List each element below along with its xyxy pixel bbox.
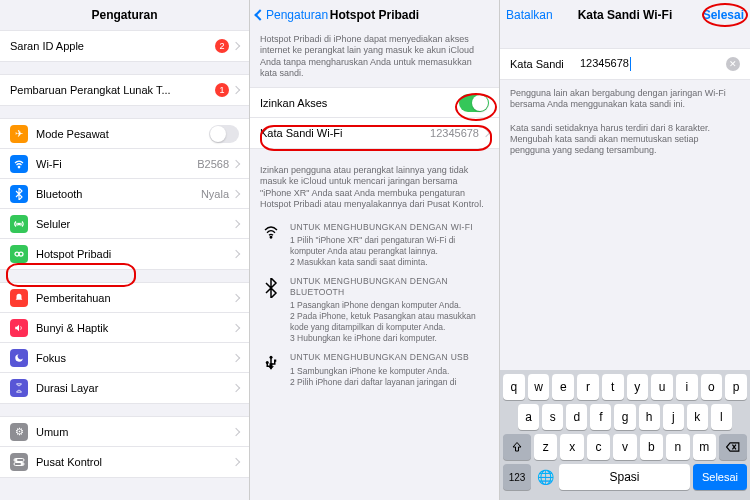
row-label: Pusat Kontrol — [36, 456, 233, 468]
wifi-icon — [10, 155, 28, 173]
instr-wifi: UNTUK MENGHUBUNGKAN DENGAN WI-FI 1 Pilih… — [250, 218, 499, 272]
badge: 2 — [215, 39, 229, 53]
row-focus[interactable]: Fokus — [0, 343, 249, 373]
row-control-center[interactable]: Pusat Kontrol — [0, 447, 249, 477]
row-allow-access[interactable]: Izinkan Akses — [250, 88, 499, 118]
row-label: Kata Sandi Wi-Fi — [260, 127, 430, 139]
row-notifications[interactable]: Pemberitahuan — [0, 283, 249, 313]
row-airplane[interactable]: ✈ Mode Pesawat — [0, 119, 249, 149]
cellular-icon — [10, 215, 28, 233]
keyboard-row-4: 123 🌐 Spasi Selesai — [503, 464, 747, 490]
chevron-right-icon — [232, 250, 240, 258]
row-wifi-password[interactable]: Kata Sandi Wi-Fi 12345678 — [250, 118, 499, 148]
password-note-1: Pengguna lain akan bergabung dengan jari… — [500, 80, 750, 119]
chevron-right-icon — [232, 159, 240, 167]
key-m[interactable]: m — [693, 434, 716, 460]
key-s[interactable]: s — [542, 404, 563, 430]
row-appleid[interactable]: Saran ID Apple 2 — [0, 31, 249, 61]
key-a[interactable]: a — [518, 404, 539, 430]
chevron-right-icon — [232, 427, 240, 435]
key-t[interactable]: t — [602, 374, 624, 400]
switches-icon — [10, 453, 28, 471]
key-e[interactable]: e — [552, 374, 574, 400]
key-d[interactable]: d — [566, 404, 587, 430]
airplane-icon: ✈ — [10, 125, 28, 143]
key-z[interactable]: z — [534, 434, 557, 460]
back-button[interactable]: Pengaturan — [256, 8, 328, 22]
key-j[interactable]: j — [663, 404, 684, 430]
settings-screen: Pengaturan Saran ID Apple 2 Pembaruan Pe… — [0, 0, 250, 500]
key-p[interactable]: p — [725, 374, 747, 400]
cancel-button[interactable]: Batalkan — [506, 8, 553, 22]
done-button[interactable]: Selesai — [703, 8, 744, 22]
row-label: Pembaruan Perangkat Lunak T... — [10, 84, 215, 96]
row-label: Hotspot Pribadi — [36, 248, 233, 260]
key-o[interactable]: o — [701, 374, 723, 400]
row-value: 12345678 — [430, 127, 479, 139]
svg-point-3 — [19, 252, 23, 256]
chevron-right-icon — [232, 219, 240, 227]
chevron-right-icon — [482, 129, 490, 137]
instr-step: 2 Masukkan kata sandi saat diminta. — [290, 257, 489, 268]
key-x[interactable]: x — [560, 434, 583, 460]
text-cursor — [630, 57, 631, 71]
key-shift[interactable] — [503, 434, 531, 460]
key-v[interactable]: v — [613, 434, 636, 460]
airplane-toggle[interactable] — [209, 125, 239, 143]
speaker-icon — [10, 319, 28, 337]
row-cellular[interactable]: Seluler — [0, 209, 249, 239]
key-y[interactable]: y — [627, 374, 649, 400]
key-space[interactable]: Spasi — [559, 464, 690, 490]
row-wifi[interactable]: Wi-Fi B2568 — [0, 149, 249, 179]
key-b[interactable]: b — [640, 434, 663, 460]
key-l[interactable]: l — [711, 404, 732, 430]
svg-point-8 — [270, 237, 272, 239]
row-update[interactable]: Pembaruan Perangkat Lunak T... 1 — [0, 75, 249, 105]
wifi-icon — [260, 222, 282, 268]
svg-point-6 — [15, 459, 17, 461]
key-q[interactable]: q — [503, 374, 525, 400]
chevron-right-icon — [232, 384, 240, 392]
row-general[interactable]: ⚙ Umum — [0, 417, 249, 447]
instr-heading: UNTUK MENGHUBUNGKAN DENGAN BLUETOOTH — [290, 276, 489, 298]
bluetooth-icon — [260, 276, 282, 344]
chevron-right-icon — [232, 86, 240, 94]
row-screentime[interactable]: Durasi Layar — [0, 373, 249, 403]
chevron-right-icon — [232, 293, 240, 301]
hourglass-icon — [10, 379, 28, 397]
chevron-left-icon — [254, 9, 265, 20]
row-label: Seluler — [36, 218, 233, 230]
row-value: Nyala — [201, 188, 229, 200]
key-r[interactable]: r — [577, 374, 599, 400]
row-value: B2568 — [197, 158, 229, 170]
row-bluetooth[interactable]: Bluetooth Nyala — [0, 179, 249, 209]
clear-button[interactable]: ✕ — [726, 57, 740, 71]
instr-usb: UNTUK MENGHUBUNGKAN DENGAN USB 1 Sambung… — [250, 348, 499, 391]
password-field[interactable]: Kata Sandi 12345678 ✕ — [500, 48, 750, 80]
key-backspace[interactable] — [719, 434, 747, 460]
allow-note: Izinkan pengguna atau perangkat lainnya … — [250, 161, 499, 218]
key-u[interactable]: u — [651, 374, 673, 400]
key-return[interactable]: Selesai — [693, 464, 747, 490]
hotspot-icon — [10, 245, 28, 263]
row-hotspot[interactable]: Hotspot Pribadi — [0, 239, 249, 269]
row-sounds[interactable]: Bunyi & Haptik — [0, 313, 249, 343]
chevron-right-icon — [232, 458, 240, 466]
key-w[interactable]: w — [528, 374, 550, 400]
badge: 1 — [215, 83, 229, 97]
key-k[interactable]: k — [687, 404, 708, 430]
instr-heading: UNTUK MENGHUBUNGKAN DENGAN USB — [290, 352, 489, 363]
allow-access-toggle[interactable] — [459, 94, 489, 112]
key-c[interactable]: c — [587, 434, 610, 460]
key-f[interactable]: f — [590, 404, 611, 430]
key-globe[interactable]: 🌐 — [534, 464, 556, 490]
key-123[interactable]: 123 — [503, 464, 531, 490]
key-h[interactable]: h — [639, 404, 660, 430]
key-g[interactable]: g — [614, 404, 635, 430]
gear-icon: ⚙ — [10, 423, 28, 441]
key-n[interactable]: n — [666, 434, 689, 460]
instr-step: 3 Hubungkan ke iPhone dari komputer. — [290, 333, 489, 344]
row-label: Pemberitahuan — [36, 292, 233, 304]
key-i[interactable]: i — [676, 374, 698, 400]
row-label: Umum — [36, 426, 233, 438]
